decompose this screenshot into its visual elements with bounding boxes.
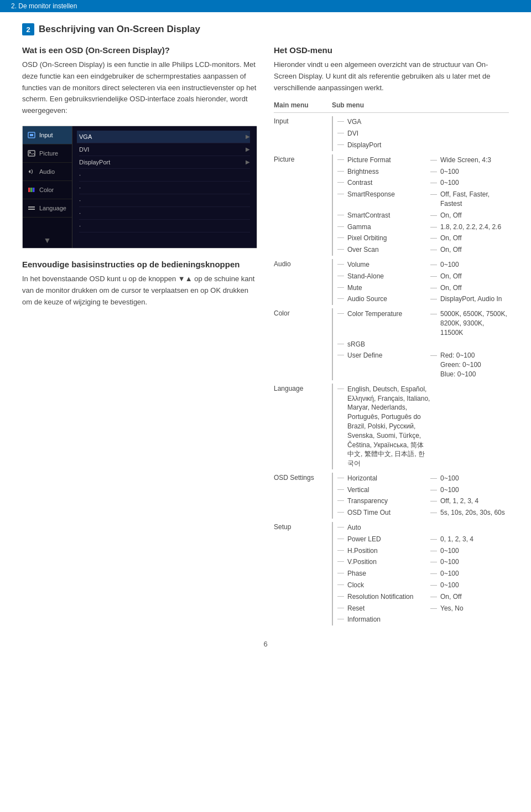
menu-sub-row-6-2: H.Position—0~100 bbox=[337, 545, 509, 557]
top-bar: 2. De monitor instellen bbox=[0, 0, 531, 12]
osd-sub-dot2: · bbox=[79, 182, 250, 194]
sub-label-3-0: Color Temperature bbox=[347, 309, 430, 319]
hline-6-3 bbox=[337, 561, 344, 562]
val-1-4: On, Off bbox=[440, 211, 509, 220]
sub-label-3-2: User Define bbox=[347, 351, 430, 360]
sub-label-1-5: Gamma bbox=[347, 223, 430, 232]
menu-sub-row-6-5: Clock—0~100 bbox=[337, 580, 509, 591]
dash-3-0: — bbox=[430, 309, 437, 319]
sub-label-5-3: OSD Time Out bbox=[347, 508, 430, 518]
hline-1-3 bbox=[337, 194, 344, 194]
menu-main-6: Setup bbox=[274, 522, 332, 625]
dash-5-3: — bbox=[430, 508, 437, 518]
hline-5-0 bbox=[337, 478, 344, 478]
menu-sub-row-4-0: English, Deutsch, Español, Ελληνική, Fra… bbox=[337, 384, 509, 469]
vline-1 bbox=[332, 154, 333, 256]
dash-6-1: — bbox=[430, 535, 437, 544]
menu-sub-wrapper-4: English, Deutsch, Español, Ελληνική, Fra… bbox=[332, 384, 509, 469]
dash-1-2: — bbox=[430, 178, 437, 188]
dash-6-7: — bbox=[430, 604, 437, 613]
sub-label-3-1: sRGB bbox=[347, 340, 430, 349]
menu-sub-row-3-2: User Define—Red: 0~100 Green: 0~100 Blue… bbox=[337, 350, 509, 380]
osd-menu-language: Language bbox=[23, 199, 72, 218]
osd-left-menu: Input Picture Audio bbox=[23, 126, 72, 248]
hline-3-1 bbox=[337, 344, 344, 344]
dash-1-1: — bbox=[430, 167, 437, 177]
right-column: Het OSD-menu Hieronder vindt u een algem… bbox=[274, 45, 509, 629]
dash-1-0: — bbox=[430, 156, 437, 165]
hline-3-2 bbox=[337, 355, 344, 355]
sub-label-6-8: Information bbox=[347, 615, 430, 624]
vline-5 bbox=[332, 473, 333, 519]
menu-sub-row-6-7: Reset—Yes, No bbox=[337, 603, 509, 614]
menu-group-4: LanguageEnglish, Deutsch, Español, Ελλην… bbox=[274, 384, 509, 469]
dash-2-0: — bbox=[430, 260, 437, 270]
sub-label-6-5: Clock bbox=[347, 581, 430, 590]
menu-sub-row-5-0: Horizontal—0~100 bbox=[337, 473, 509, 484]
dash-5-1: — bbox=[430, 485, 437, 495]
menu-sub-row-6-3: V.Position—0~100 bbox=[337, 556, 509, 568]
val-6-1: 0, 1, 2, 3, 4 bbox=[440, 535, 509, 544]
menu-group-0: InputVGADVIDisplayPort bbox=[274, 116, 509, 151]
sub-label-1-4: SmartContrast bbox=[347, 211, 430, 220]
body-text-instructions: In het bovenstaande OSD kunt u op de kno… bbox=[22, 273, 257, 308]
hline-6-2 bbox=[337, 550, 344, 551]
dash-1-5: — bbox=[430, 223, 437, 232]
dash-2-1: — bbox=[430, 272, 437, 281]
subtitle-basic-instructions: Eenvoudige basisinstructies op de bedien… bbox=[22, 260, 257, 269]
menu-sub-row-6-6: Resolution Notification—On, Off bbox=[337, 591, 509, 603]
sub-label-6-7: Reset bbox=[347, 604, 430, 613]
menu-group-2: AudioVolume—0~100Stand-Alone—On, OffMute… bbox=[274, 259, 509, 305]
hline-0-1 bbox=[337, 133, 344, 133]
svg-rect-8 bbox=[28, 209, 35, 210]
hline-1-6 bbox=[337, 237, 344, 238]
osd-sub-dvi: DVI ▶ bbox=[79, 143, 250, 156]
hline-5-1 bbox=[337, 489, 344, 490]
menu-sub-row-5-1: Vertical—0~100 bbox=[337, 484, 509, 496]
menu-sub-row-1-2: Contrast—0~100 bbox=[337, 177, 509, 189]
hline-6-7 bbox=[337, 608, 344, 608]
osd-sub-vga: VGA ▶ bbox=[77, 131, 250, 143]
menu-main-5: OSD Settings bbox=[274, 473, 332, 519]
hline-6-8 bbox=[337, 619, 344, 619]
svg-rect-2 bbox=[28, 151, 35, 156]
sub-label-1-3: SmartResponse bbox=[347, 190, 430, 199]
sub-label-6-1: Power LED bbox=[347, 535, 430, 544]
menu-sub-row-2-2: Mute—On, Off bbox=[337, 282, 509, 294]
sub-label-6-2: H.Position bbox=[347, 546, 430, 556]
sub-label-6-3: V.Position bbox=[347, 557, 430, 567]
val-6-5: 0~100 bbox=[440, 581, 509, 590]
sub-label-5-0: Horizontal bbox=[347, 474, 430, 483]
vline-4 bbox=[332, 384, 333, 469]
svg-rect-5 bbox=[30, 188, 33, 192]
menu-sub-row-1-1: Brightness—0~100 bbox=[337, 166, 509, 178]
osd-menu-color-label: Color bbox=[39, 187, 54, 193]
hline-3-0 bbox=[337, 313, 344, 314]
osd-right-panel: VGA ▶ DVI ▶ DisplayPort ▶ · bbox=[72, 126, 257, 248]
page-number: 6 bbox=[22, 629, 509, 654]
hline-6-4 bbox=[337, 573, 344, 573]
osd-menu-table-section: Main menu Sub menu InputVGADVIDisplayPor… bbox=[274, 101, 509, 625]
val-6-4: 0~100 bbox=[440, 569, 509, 578]
left-column: Wat is een OSD (On-Screen Display)? OSD … bbox=[22, 45, 257, 629]
menu-sub-wrapper-6: AutoPower LED—0, 1, 2, 3, 4H.Position—0~… bbox=[332, 522, 509, 625]
hline-0-2 bbox=[337, 144, 344, 145]
svg-rect-7 bbox=[28, 206, 35, 208]
dash-6-3: — bbox=[430, 557, 437, 567]
menu-sub-row-2-1: Stand-Alone—On, Off bbox=[337, 271, 509, 282]
val-5-1: 0~100 bbox=[440, 485, 509, 495]
hline-1-7 bbox=[337, 249, 344, 250]
sub-label-0-1: DVI bbox=[347, 129, 430, 138]
menu-group-5: OSD SettingsHorizontal—0~100Vertical—0~1… bbox=[274, 473, 509, 519]
menu-main-0: Input bbox=[274, 116, 332, 151]
vline-6 bbox=[332, 522, 333, 625]
sub-label-1-6: Pixel Orbiting bbox=[347, 234, 430, 243]
osd-scroll-down: ▼ bbox=[23, 232, 72, 248]
menu-sub-row-6-1: Power LED—0, 1, 2, 3, 4 bbox=[337, 534, 509, 545]
osd-sub-dot5: · bbox=[79, 220, 250, 232]
hline-1-0 bbox=[337, 159, 344, 160]
sub-label-6-4: Phase bbox=[347, 569, 430, 578]
menu-sub-row-1-7: Over Scan—On, Off bbox=[337, 244, 509, 256]
hline-5-3 bbox=[337, 512, 344, 513]
page-content: 2 Beschrijving van On-Screen Display Wat… bbox=[0, 12, 531, 687]
